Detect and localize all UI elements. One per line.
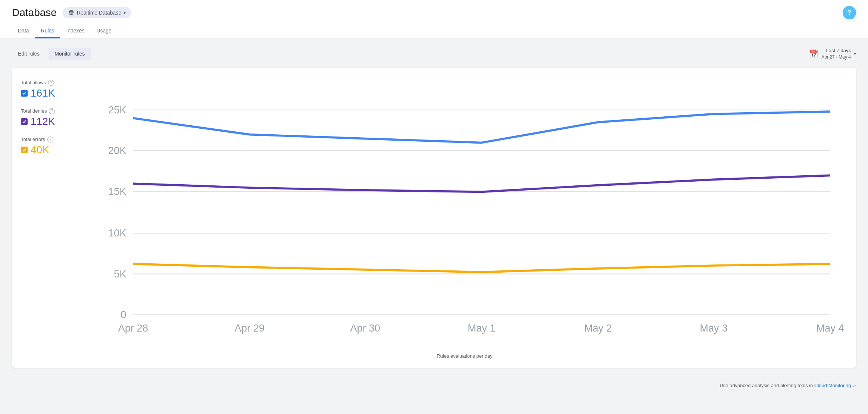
toolbar: Edit rules Monitor rules 📅 Last 7 days A… [12, 47, 856, 60]
date-range-sub: Apr 27 - May 4 [821, 54, 851, 60]
db-selector-label: Realtime Database [77, 10, 121, 16]
legend-allows: Total allows ? 161K [21, 80, 73, 99]
denies-help-icon[interactable]: ? [49, 108, 55, 114]
svg-text:May 1: May 1 [468, 322, 495, 334]
svg-text:10K: 10K [108, 227, 127, 239]
errors-line [133, 264, 830, 272]
date-range-selector[interactable]: 📅 Last 7 days Apr 27 - May 4 ▾ [809, 47, 856, 60]
footer-note: Use advanced analysis and alerting tools… [0, 377, 868, 395]
date-range-label: Last 7 days [821, 47, 851, 54]
errors-checkbox[interactable] [21, 147, 28, 153]
denies-value: 112K [31, 116, 55, 128]
edit-rules-button[interactable]: Edit rules [12, 48, 46, 60]
errors-label: Total errors [21, 137, 45, 142]
db-selector[interactable]: Realtime Database ▾ [63, 7, 131, 18]
svg-text:Apr 28: Apr 28 [118, 322, 148, 334]
external-link-icon: ↗ [852, 383, 856, 388]
cloud-monitoring-link[interactable]: Cloud Monitoring ↗ [814, 383, 856, 388]
tab-usage[interactable]: Usage [90, 24, 117, 38]
svg-text:20K: 20K [108, 145, 127, 156]
tab-rules[interactable]: Rules [35, 24, 60, 38]
calendar-icon: 📅 [809, 49, 818, 58]
svg-text:May 4: May 4 [816, 322, 844, 334]
help-icon-top[interactable]: ? [843, 6, 856, 19]
svg-text:25K: 25K [108, 104, 127, 116]
allows-help-icon[interactable]: ? [48, 80, 54, 86]
chart-x-axis-label: Rules evaluations per day [82, 353, 847, 359]
chart-card: Total allows ? 161K Total denies ? [12, 68, 856, 368]
allows-line [133, 112, 830, 142]
chart-legends: Total allows ? 161K Total denies ? [21, 77, 73, 359]
page-title: Database [12, 7, 57, 19]
svg-text:0: 0 [121, 309, 126, 320]
errors-value: 40K [31, 144, 49, 156]
cloud-monitoring-label: Cloud Monitoring [814, 383, 851, 388]
svg-text:15K: 15K [108, 186, 127, 197]
svg-text:Apr 29: Apr 29 [234, 322, 265, 334]
chart-area: 25K 20K 15K 10K 5K 0 Apr 28 Apr 29 Apr 3… [82, 77, 847, 359]
errors-help-icon[interactable]: ? [47, 137, 53, 142]
chart-svg: 25K 20K 15K 10K 5K 0 Apr 28 Apr 29 Apr 3… [82, 77, 847, 349]
svg-text:May 3: May 3 [700, 322, 727, 334]
allows-checkbox[interactable] [21, 90, 28, 97]
svg-text:Apr 30: Apr 30 [350, 322, 380, 334]
monitor-rules-button[interactable]: Monitor rules [49, 48, 91, 60]
legend-errors: Total errors ? 40K [21, 137, 73, 156]
denies-label: Total denies [21, 108, 47, 114]
database-icon [68, 9, 75, 16]
legend-denies: Total denies ? 112K [21, 108, 73, 128]
denies-line [133, 175, 830, 192]
allows-value: 161K [31, 87, 55, 99]
svg-text:May 2: May 2 [584, 322, 612, 334]
denies-checkbox[interactable] [21, 118, 28, 125]
tab-data[interactable]: Data [12, 24, 35, 38]
svg-text:5K: 5K [114, 268, 126, 280]
footer-text: Use advanced analysis and alerting tools… [719, 383, 813, 388]
chevron-down-icon: ▾ [124, 10, 126, 15]
date-range-chevron: ▾ [854, 51, 856, 56]
nav-tabs: Data Rules Indexes Usage [12, 24, 856, 38]
tab-indexes[interactable]: Indexes [60, 24, 90, 38]
allows-label: Total allows [21, 80, 46, 85]
